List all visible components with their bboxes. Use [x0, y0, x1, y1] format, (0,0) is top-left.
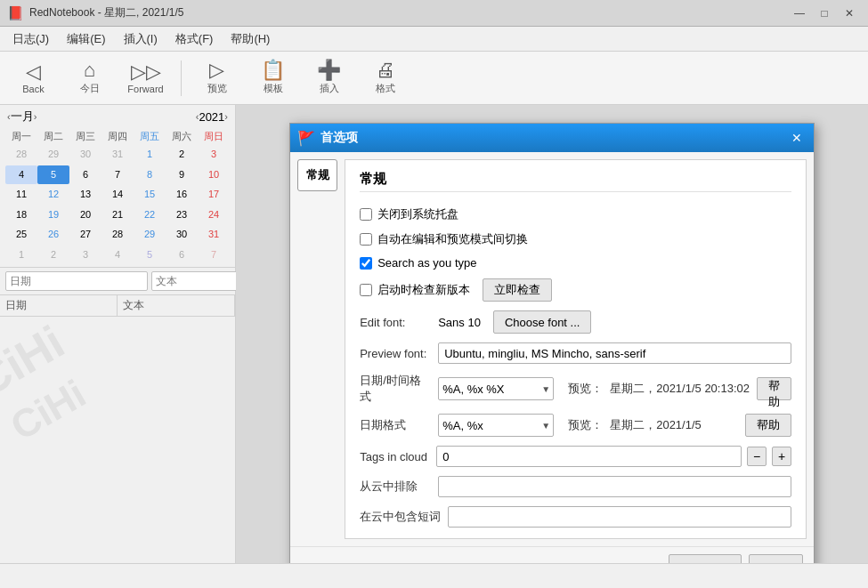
cal-day[interactable]: 7 — [198, 246, 230, 265]
format-label: 格式 — [376, 82, 395, 95]
home-icon: ⌂ — [84, 60, 95, 80]
cal-day[interactable]: 29 — [37, 145, 69, 165]
label-datetime-format: 日期/时间格式 — [360, 373, 431, 405]
menu-insert[interactable]: 插入(I) — [115, 28, 166, 51]
cal-day[interactable]: 14 — [101, 185, 134, 205]
checkbox-check-updates[interactable] — [360, 284, 372, 296]
date-format-select-wrapper: %A, %x ▼ — [438, 414, 554, 437]
cal-day[interactable]: 8 — [134, 165, 166, 185]
cal-day[interactable]: 16 — [166, 185, 198, 205]
cal-day[interactable]: 26 — [37, 225, 69, 245]
cal-day[interactable]: 7 — [101, 165, 134, 185]
title-bar-controls: — □ ✕ — [788, 4, 861, 23]
checkbox-auto-switch[interactable] — [360, 233, 372, 246]
cal-day[interactable]: 24 — [198, 205, 230, 225]
dialog-close-button[interactable]: ✕ — [787, 128, 807, 148]
tags-cloud-input[interactable] — [436, 446, 742, 467]
today-button[interactable]: ⌂ 今日 — [65, 55, 114, 101]
cal-day[interactable]: 18 — [5, 205, 37, 225]
tags-cloud-decrement-button[interactable]: − — [747, 447, 767, 466]
next-month-button[interactable]: › — [34, 111, 37, 122]
cal-day[interactable]: 30 — [166, 225, 198, 245]
cal-day[interactable]: 11 — [5, 185, 37, 205]
dialog-content: 常规 关闭到系统托盘 自动在编辑和预览模式间切换 — [345, 159, 807, 539]
checkbox-system-tray[interactable] — [360, 208, 372, 221]
sidebar-watermark-area: CiHi CiHi — [0, 317, 235, 563]
tags-cloud-increment-button[interactable]: + — [772, 447, 791, 466]
ok-button[interactable]: OK — [749, 554, 803, 563]
cal-day[interactable]: 28 — [101, 225, 134, 245]
cal-day[interactable]: 20 — [69, 205, 101, 225]
maximize-button[interactable]: □ — [813, 4, 836, 23]
back-button[interactable]: ◁ Back — [9, 55, 58, 101]
cal-day[interactable]: 6 — [69, 165, 101, 185]
cal-day[interactable]: 23 — [166, 205, 198, 225]
cal-day[interactable]: 21 — [101, 205, 134, 225]
cal-day[interactable]: 29 — [134, 225, 166, 245]
toolbar: ◁ Back ⌂ 今日 ▷▷ Forward ▷ 预览 📋 模板 ➕ 插入 🖨 … — [0, 52, 868, 105]
cal-day[interactable]: 13 — [69, 185, 101, 205]
include-cloud-input[interactable] — [448, 506, 791, 528]
datetime-format-select[interactable]: %A, %x %X — [438, 377, 554, 400]
cal-day[interactable]: 4 — [5, 165, 37, 185]
menu-edit[interactable]: 编辑(E) — [58, 28, 114, 51]
sidebar: ‹ 一月 › ‹ 2021 › 周一 周二 周三 周四 周五 周六 周日 — [0, 105, 236, 563]
cal-day[interactable]: 25 — [5, 225, 37, 245]
cal-day[interactable]: 2 — [37, 246, 69, 265]
cal-day[interactable]: 9 — [166, 165, 198, 185]
cal-day[interactable]: 5 — [134, 246, 166, 265]
date-preview-label: 预览： — [568, 417, 603, 433]
cal-day[interactable]: 6 — [166, 246, 198, 265]
cal-day[interactable]: 19 — [37, 205, 69, 225]
forward-button[interactable]: ▷▷ Forward — [121, 55, 170, 101]
date-preview-value: 星期二，2021/1/5 — [610, 417, 702, 433]
cal-day[interactable]: 1 — [5, 246, 37, 265]
checkbox-search-as-type[interactable] — [360, 257, 372, 270]
calendar-days[interactable]: 28 29 30 31 1 2 3 4 5 6 7 8 9 10 11 — [5, 145, 230, 265]
cal-day[interactable]: 15 — [134, 185, 166, 205]
cancel-button[interactable]: Cancel — [669, 554, 742, 563]
cal-day[interactable]: 4 — [101, 246, 134, 265]
template-button[interactable]: 📋 模板 — [248, 55, 297, 101]
cal-day[interactable]: 17 — [198, 185, 230, 205]
weekday-wed: 周三 — [69, 130, 101, 143]
date-help-button[interactable]: 帮助 — [745, 414, 791, 437]
preview-button[interactable]: ▷ 预览 — [192, 55, 241, 101]
cal-day[interactable]: 31 — [101, 145, 134, 165]
datetime-help-button[interactable]: 帮助 — [757, 377, 791, 400]
cal-day[interactable]: 22 — [134, 205, 166, 225]
window-close-button[interactable]: ✕ — [838, 4, 861, 23]
insert-button[interactable]: ➕ 插入 — [304, 55, 353, 101]
cal-day[interactable]: 28 — [5, 145, 37, 165]
content-area: ‹ 一月 › ‹ 2021 › 周一 周二 周三 周四 周五 周六 周日 — [0, 105, 868, 563]
cal-day[interactable]: 3 — [69, 246, 101, 265]
tab-general[interactable]: 常规 — [297, 159, 337, 191]
cal-day-today[interactable]: 5 — [37, 165, 69, 185]
minimize-button[interactable]: — — [788, 4, 811, 23]
edit-font-value: Sans 10 — [438, 316, 481, 329]
dialog-title-left: 🚩 首选项 — [297, 130, 358, 147]
cal-day[interactable]: 3 — [198, 145, 230, 165]
cal-day[interactable]: 10 — [198, 165, 230, 185]
check-now-button[interactable]: 立即检查 — [483, 278, 552, 302]
cal-day[interactable]: 27 — [69, 225, 101, 245]
datetime-format-row: 日期/时间格式 %A, %x %X ▼ 预览： 星期二，2021/1/5 20:… — [360, 373, 791, 405]
cal-day[interactable]: 12 — [37, 185, 69, 205]
dialog-titlebar: 🚩 首选项 ✕ — [290, 124, 814, 152]
exclude-cloud-input[interactable] — [438, 476, 791, 497]
choose-font-button[interactable]: Choose font ... — [493, 310, 592, 334]
cal-day[interactable]: 1 — [134, 145, 166, 165]
menu-journal[interactable]: 日志(J) — [4, 28, 58, 51]
next-year-button[interactable]: › — [224, 111, 228, 122]
format-button[interactable]: 🖨 格式 — [361, 55, 410, 101]
date-search-input[interactable] — [5, 271, 148, 291]
cal-day[interactable]: 30 — [69, 145, 101, 165]
menu-format[interactable]: 格式(F) — [166, 28, 223, 51]
cal-day[interactable]: 31 — [198, 225, 230, 245]
menu-help[interactable]: 帮助(H) — [222, 28, 279, 51]
preview-font-input[interactable] — [438, 342, 791, 364]
date-format-select[interactable]: %A, %x — [438, 414, 554, 437]
weekday-mon: 周一 — [5, 130, 37, 143]
cal-day[interactable]: 2 — [166, 145, 198, 165]
dialog-title: 首选项 — [320, 130, 358, 146]
